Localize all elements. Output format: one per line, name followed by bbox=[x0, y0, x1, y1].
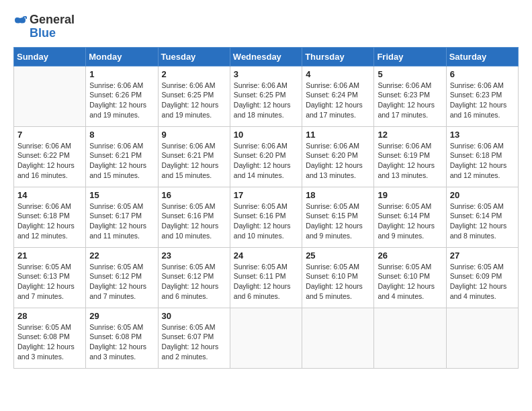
day-header-tuesday: Tuesday bbox=[158, 47, 230, 66]
day-number: 16 bbox=[162, 190, 226, 200]
day-number: 26 bbox=[378, 250, 442, 261]
week-row-3: 14Sunrise: 6:06 AM Sunset: 6:18 PM Dayli… bbox=[14, 187, 519, 247]
calendar-cell: 18Sunrise: 6:05 AM Sunset: 6:15 PM Dayli… bbox=[302, 187, 374, 247]
day-number: 14 bbox=[17, 190, 82, 200]
calendar-cell: 13Sunrise: 6:06 AM Sunset: 6:18 PM Dayli… bbox=[446, 126, 518, 187]
day-number: 5 bbox=[378, 69, 442, 79]
calendar-cell: 1Sunrise: 6:06 AM Sunset: 6:26 PM Daylig… bbox=[86, 66, 158, 126]
calendar-cell: 2Sunrise: 6:06 AM Sunset: 6:25 PM Daylig… bbox=[158, 66, 230, 126]
day-info: Sunrise: 6:05 AM Sunset: 6:08 PM Dayligh… bbox=[89, 322, 154, 362]
calendar-cell: 22Sunrise: 6:05 AM Sunset: 6:12 PM Dayli… bbox=[86, 247, 158, 308]
day-info: Sunrise: 6:05 AM Sunset: 6:15 PM Dayligh… bbox=[306, 201, 370, 241]
day-number: 30 bbox=[162, 311, 226, 321]
day-info: Sunrise: 6:06 AM Sunset: 6:23 PM Dayligh… bbox=[378, 81, 442, 120]
day-info: Sunrise: 6:05 AM Sunset: 6:12 PM Dayligh… bbox=[162, 262, 226, 302]
week-row-5: 28Sunrise: 6:05 AM Sunset: 6:08 PM Dayli… bbox=[14, 308, 519, 368]
days-header-row: SundayMondayTuesdayWednesdayThursdayFrid… bbox=[14, 47, 519, 66]
day-info: Sunrise: 6:06 AM Sunset: 6:21 PM Dayligh… bbox=[89, 141, 154, 181]
day-info: Sunrise: 6:06 AM Sunset: 6:20 PM Dayligh… bbox=[234, 141, 298, 181]
calendar-cell: 20Sunrise: 6:05 AM Sunset: 6:14 PM Dayli… bbox=[446, 187, 518, 247]
day-info: Sunrise: 6:06 AM Sunset: 6:19 PM Dayligh… bbox=[378, 141, 442, 181]
day-number: 3 bbox=[234, 69, 298, 79]
day-number: 28 bbox=[17, 311, 82, 321]
calendar-cell bbox=[302, 308, 374, 368]
day-number: 10 bbox=[234, 130, 298, 140]
day-info: Sunrise: 6:05 AM Sunset: 6:08 PM Dayligh… bbox=[17, 322, 82, 362]
logo: General Blue bbox=[13, 13, 75, 40]
day-info: Sunrise: 6:06 AM Sunset: 6:24 PM Dayligh… bbox=[306, 81, 370, 120]
calendar-table: SundayMondayTuesdayWednesdayThursdayFrid… bbox=[13, 47, 519, 369]
calendar-cell: 17Sunrise: 6:05 AM Sunset: 6:16 PM Dayli… bbox=[230, 187, 302, 247]
day-info: Sunrise: 6:05 AM Sunset: 6:11 PM Dayligh… bbox=[234, 262, 298, 302]
day-info: Sunrise: 6:06 AM Sunset: 6:25 PM Dayligh… bbox=[162, 81, 226, 120]
day-info: Sunrise: 6:05 AM Sunset: 6:09 PM Dayligh… bbox=[450, 262, 515, 302]
calendar-cell: 10Sunrise: 6:06 AM Sunset: 6:20 PM Dayli… bbox=[230, 126, 302, 187]
day-info: Sunrise: 6:05 AM Sunset: 6:17 PM Dayligh… bbox=[89, 201, 154, 241]
day-number: 7 bbox=[17, 130, 82, 140]
day-info: Sunrise: 6:05 AM Sunset: 6:10 PM Dayligh… bbox=[306, 262, 370, 302]
day-info: Sunrise: 6:05 AM Sunset: 6:10 PM Dayligh… bbox=[378, 262, 442, 302]
week-row-2: 7Sunrise: 6:06 AM Sunset: 6:22 PM Daylig… bbox=[14, 126, 519, 187]
logo-bird-icon bbox=[13, 15, 27, 39]
calendar-cell: 16Sunrise: 6:05 AM Sunset: 6:16 PM Dayli… bbox=[158, 187, 230, 247]
day-number: 6 bbox=[450, 69, 515, 79]
day-number: 4 bbox=[306, 69, 370, 79]
day-header-saturday: Saturday bbox=[446, 47, 518, 66]
calendar-cell: 4Sunrise: 6:06 AM Sunset: 6:24 PM Daylig… bbox=[302, 66, 374, 126]
day-header-wednesday: Wednesday bbox=[230, 47, 302, 66]
day-number: 20 bbox=[450, 190, 515, 200]
day-number: 1 bbox=[89, 69, 154, 79]
day-info: Sunrise: 6:06 AM Sunset: 6:18 PM Dayligh… bbox=[450, 141, 515, 181]
calendar-cell: 27Sunrise: 6:05 AM Sunset: 6:09 PM Dayli… bbox=[446, 247, 518, 308]
calendar-cell: 29Sunrise: 6:05 AM Sunset: 6:08 PM Dayli… bbox=[86, 308, 158, 368]
day-info: Sunrise: 6:06 AM Sunset: 6:23 PM Dayligh… bbox=[450, 81, 515, 120]
day-info: Sunrise: 6:05 AM Sunset: 6:07 PM Dayligh… bbox=[162, 322, 226, 362]
calendar-cell: 14Sunrise: 6:06 AM Sunset: 6:18 PM Dayli… bbox=[14, 187, 86, 247]
day-info: Sunrise: 6:06 AM Sunset: 6:20 PM Dayligh… bbox=[306, 141, 370, 181]
day-number: 23 bbox=[162, 250, 226, 261]
calendar-cell bbox=[14, 66, 86, 126]
calendar-cell: 15Sunrise: 6:05 AM Sunset: 6:17 PM Dayli… bbox=[86, 187, 158, 247]
day-number: 24 bbox=[234, 250, 298, 261]
calendar-cell: 8Sunrise: 6:06 AM Sunset: 6:21 PM Daylig… bbox=[86, 126, 158, 187]
week-row-4: 21Sunrise: 6:05 AM Sunset: 6:13 PM Dayli… bbox=[14, 247, 519, 308]
calendar-cell: 21Sunrise: 6:05 AM Sunset: 6:13 PM Dayli… bbox=[14, 247, 86, 308]
day-header-friday: Friday bbox=[374, 47, 446, 66]
day-info: Sunrise: 6:06 AM Sunset: 6:26 PM Dayligh… bbox=[89, 81, 154, 120]
calendar-cell: 26Sunrise: 6:05 AM Sunset: 6:10 PM Dayli… bbox=[374, 247, 446, 308]
day-info: Sunrise: 6:05 AM Sunset: 6:16 PM Dayligh… bbox=[234, 201, 298, 241]
calendar-cell bbox=[446, 308, 518, 368]
page-header: General Blue bbox=[13, 13, 519, 40]
day-number: 29 bbox=[89, 311, 154, 321]
day-number: 9 bbox=[162, 130, 226, 140]
calendar-cell: 23Sunrise: 6:05 AM Sunset: 6:12 PM Dayli… bbox=[158, 247, 230, 308]
calendar-cell: 11Sunrise: 6:06 AM Sunset: 6:20 PM Dayli… bbox=[302, 126, 374, 187]
logo-text-blue: Blue bbox=[30, 27, 75, 40]
day-header-sunday: Sunday bbox=[14, 47, 86, 66]
day-info: Sunrise: 6:06 AM Sunset: 6:25 PM Dayligh… bbox=[234, 81, 298, 120]
calendar-cell: 7Sunrise: 6:06 AM Sunset: 6:22 PM Daylig… bbox=[14, 126, 86, 187]
calendar-cell: 28Sunrise: 6:05 AM Sunset: 6:08 PM Dayli… bbox=[14, 308, 86, 368]
calendar-cell bbox=[374, 308, 446, 368]
day-number: 13 bbox=[450, 130, 515, 140]
day-number: 11 bbox=[306, 130, 370, 140]
calendar-cell: 12Sunrise: 6:06 AM Sunset: 6:19 PM Dayli… bbox=[374, 126, 446, 187]
day-header-thursday: Thursday bbox=[302, 47, 374, 66]
day-info: Sunrise: 6:05 AM Sunset: 6:14 PM Dayligh… bbox=[450, 201, 515, 241]
day-number: 25 bbox=[306, 250, 370, 261]
day-info: Sunrise: 6:05 AM Sunset: 6:16 PM Dayligh… bbox=[162, 201, 226, 241]
day-number: 2 bbox=[162, 69, 226, 79]
day-info: Sunrise: 6:06 AM Sunset: 6:22 PM Dayligh… bbox=[17, 141, 82, 181]
day-info: Sunrise: 6:06 AM Sunset: 6:21 PM Dayligh… bbox=[162, 141, 226, 181]
day-number: 27 bbox=[450, 250, 515, 261]
day-header-monday: Monday bbox=[86, 47, 158, 66]
day-number: 8 bbox=[89, 130, 154, 140]
calendar-cell: 30Sunrise: 6:05 AM Sunset: 6:07 PM Dayli… bbox=[158, 308, 230, 368]
day-number: 22 bbox=[89, 250, 154, 261]
day-number: 19 bbox=[378, 190, 442, 200]
calendar-cell: 19Sunrise: 6:05 AM Sunset: 6:14 PM Dayli… bbox=[374, 187, 446, 247]
logo-container: General Blue bbox=[13, 13, 75, 40]
day-info: Sunrise: 6:05 AM Sunset: 6:12 PM Dayligh… bbox=[89, 262, 154, 302]
calendar-cell bbox=[230, 308, 302, 368]
calendar-cell: 25Sunrise: 6:05 AM Sunset: 6:10 PM Dayli… bbox=[302, 247, 374, 308]
